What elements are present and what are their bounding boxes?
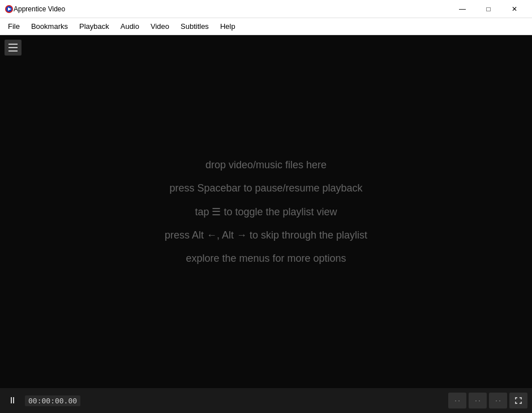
pause-button[interactable]: ⏸: [5, 393, 20, 408]
hamburger-icon: [8, 44, 18, 52]
help-line-3: tap ☰ to toggle the playlist view: [195, 206, 337, 218]
window-controls: — □ ✕: [449, 0, 527, 18]
app-logo-icon: [5, 5, 14, 14]
help-line-2: press Spacebar to pause/resume playback: [169, 182, 362, 194]
playlist-toggle-button[interactable]: [5, 40, 22, 56]
menu-audio[interactable]: Audio: [115, 20, 145, 33]
hamburger-line-3: [8, 50, 18, 52]
control-btn-2[interactable]: · ·: [469, 393, 487, 408]
help-line-4: press Alt ←, Alt → to skip through the p…: [165, 229, 367, 241]
video-area: drop video/music files here press Spaceb…: [0, 35, 532, 388]
control-dots-1: · ·: [454, 397, 460, 404]
help-text-container: drop video/music files here press Spaceb…: [165, 159, 367, 265]
menu-bookmarks[interactable]: Bookmarks: [25, 20, 74, 33]
menu-subtitles[interactable]: Subtitles: [175, 20, 214, 33]
fullscreen-button[interactable]: [509, 393, 527, 408]
title-bar: Apprentice Video — □ ✕: [0, 0, 532, 18]
menu-help[interactable]: Help: [214, 20, 241, 33]
control-dots-3: · ·: [495, 397, 500, 404]
controls-bar: ⏸ 00:00:00.00 · · · · · ·: [0, 388, 532, 413]
help-line-5: explore the menus for more options: [186, 253, 346, 265]
window-title: Apprentice Video: [14, 5, 449, 13]
maximize-button[interactable]: □: [475, 0, 501, 18]
control-btn-1[interactable]: · ·: [448, 393, 466, 408]
fullscreen-icon: [514, 397, 522, 405]
close-button[interactable]: ✕: [501, 0, 527, 18]
hamburger-line-2: [8, 47, 18, 48]
hamburger-line-1: [8, 44, 18, 45]
control-btn-3[interactable]: · ·: [489, 393, 507, 408]
time-display: 00:00:00.00: [25, 395, 80, 406]
control-dots-2: · ·: [475, 397, 480, 404]
menu-video[interactable]: Video: [145, 20, 175, 33]
menu-file[interactable]: File: [2, 20, 25, 33]
menu-bar: File Bookmarks Playback Audio Video Subt…: [0, 18, 532, 35]
menu-playback[interactable]: Playback: [74, 20, 115, 33]
right-controls: · · · · · ·: [448, 393, 527, 408]
help-line-1: drop video/music files here: [205, 159, 327, 171]
minimize-button[interactable]: —: [449, 0, 475, 18]
